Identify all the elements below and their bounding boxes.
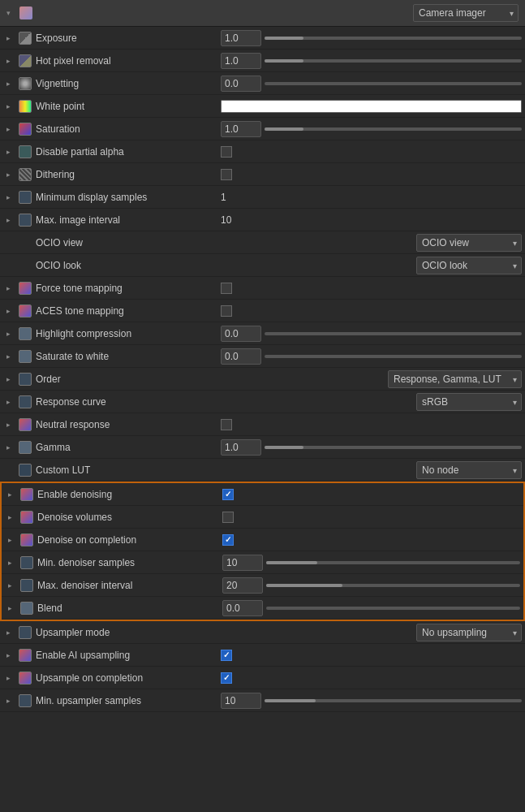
expand-arrow-max-image-interval[interactable]: ▸: [6, 216, 15, 224]
row-max-image-interval: ▸Max. image interval10: [0, 209, 525, 231]
number-input-min-upsampler-samples[interactable]: [221, 693, 261, 709]
slider-fill-exposure: [265, 37, 303, 40]
value-response-curve: sRGB: [217, 393, 525, 411]
label-text-force-tone-mapping: Force tone mapping: [36, 283, 123, 294]
camera-imager-dropdown[interactable]: Camera imager Render imager: [413, 4, 519, 22]
number-input-highlight-compression[interactable]: [221, 326, 261, 342]
slider-fill-min-upsampler-samples: [265, 699, 316, 702]
expand-arrow-saturation[interactable]: ▸: [6, 125, 15, 133]
row-gamma: ▸Gamma: [0, 436, 525, 459]
slider-bar-saturation[interactable]: [265, 127, 522, 131]
icon-hot-pixel-removal: [19, 54, 32, 67]
expand-arrow-aces-tone-mapping[interactable]: ▸: [6, 307, 15, 315]
panel-collapse-arrow[interactable]: ▾: [6, 9, 15, 17]
value-order: Response, Gamma, LUT: [217, 370, 525, 388]
slider-bar-hot-pixel-removal[interactable]: [265, 59, 522, 63]
icon-saturate-to-white: [19, 350, 32, 363]
row-blend: ▸Blend: [2, 597, 523, 620]
expand-arrow-min-denoiser-samples[interactable]: ▸: [8, 559, 16, 567]
number-input-blend[interactable]: [222, 600, 263, 616]
label-text-min-display-samples: Minimum display samples: [36, 192, 147, 203]
value-neutral-response: [217, 419, 525, 430]
expand-arrow-dithering[interactable]: ▸: [6, 171, 15, 179]
expand-arrow-enable-ai-upsampling[interactable]: ▸: [6, 651, 15, 659]
text-value-min-display-samples: 1: [221, 192, 226, 203]
number-input-gamma[interactable]: [221, 439, 261, 456]
dropdown-custom-lut[interactable]: No node: [416, 461, 522, 479]
label-text-ocio-look: OCIO look: [36, 260, 81, 271]
panel-icon: [19, 6, 32, 19]
label-text-min-denoiser-samples: Min. denoiser samples: [37, 557, 135, 568]
checkbox-disable-partial-alpha[interactable]: [221, 146, 232, 158]
expand-arrow-upsample-on-completion[interactable]: ▸: [6, 674, 15, 682]
label-text-denoise-on-completion: Denoise on completion: [37, 534, 136, 546]
expand-arrow-denoise-volumes[interactable]: ▸: [8, 513, 16, 521]
number-input-saturation[interactable]: [221, 121, 261, 137]
number-input-vignetting[interactable]: [221, 76, 261, 92]
expand-arrow-min-upsampler-samples[interactable]: ▸: [6, 697, 15, 705]
expand-arrow-denoise-on-completion[interactable]: ▸: [8, 536, 16, 544]
slider-fill-hot-pixel-removal: [265, 59, 303, 63]
slider-bar-gamma[interactable]: [265, 446, 522, 449]
checkbox-aces-tone-mapping[interactable]: [221, 305, 232, 317]
slider-bar-saturate-to-white[interactable]: [265, 355, 522, 358]
expand-arrow-gamma[interactable]: ▸: [6, 443, 15, 451]
slider-bar-vignetting[interactable]: [265, 82, 522, 85]
checkbox-enable-ai-upsampling[interactable]: [221, 650, 232, 661]
expand-arrow-upsampler-mode[interactable]: ▸: [6, 628, 15, 637]
imager-panel: ▾ Camera imager Render imager ▸Exposure▸…: [0, 0, 525, 712]
expand-arrow-white-point[interactable]: ▸: [6, 102, 15, 110]
row-min-denoiser-samples: ▸Min. denoiser samples: [2, 551, 523, 574]
checkbox-enable-denoising[interactable]: [222, 489, 234, 500]
expand-arrow-force-tone-mapping[interactable]: ▸: [6, 284, 15, 292]
expand-arrow-vignetting[interactable]: ▸: [6, 80, 15, 88]
expand-arrow-neutral-response[interactable]: ▸: [6, 421, 15, 429]
checkbox-dithering[interactable]: [221, 169, 232, 180]
expand-arrow-disable-partial-alpha[interactable]: ▸: [6, 148, 15, 156]
checkbox-denoise-on-completion[interactable]: [222, 534, 234, 546]
expand-arrow-response-curve[interactable]: ▸: [6, 398, 15, 406]
icon-aces-tone-mapping: [19, 304, 32, 317]
slider-bar-min-denoiser-samples[interactable]: [266, 561, 520, 564]
icon-enable-ai-upsampling: [19, 649, 32, 662]
expand-arrow-min-display-samples[interactable]: ▸: [6, 193, 15, 201]
dropdown-response-curve[interactable]: sRGB: [416, 393, 522, 411]
checkbox-denoise-volumes[interactable]: [222, 512, 234, 523]
slider-bar-min-upsampler-samples[interactable]: [265, 699, 522, 702]
label-aces-tone-mapping: ▸ACES tone mapping: [0, 304, 217, 317]
white-point-bar-white-point[interactable]: [221, 100, 522, 113]
slider-bar-highlight-compression[interactable]: [265, 332, 522, 335]
label-text-order: Order: [36, 374, 61, 385]
checkbox-neutral-response[interactable]: [221, 419, 232, 430]
expand-arrow-highlight-compression[interactable]: ▸: [6, 330, 15, 338]
dropdown-upsampler-mode[interactable]: No upsampling: [416, 624, 522, 641]
expand-arrow-hot-pixel-removal[interactable]: ▸: [6, 57, 15, 65]
label-text-upsample-on-completion: Upsample on completion: [36, 672, 143, 684]
icon-max-denoiser-interval: [20, 579, 33, 592]
slider-bar-blend[interactable]: [266, 607, 520, 610]
dropdown-ocio-look[interactable]: OCIO look: [416, 257, 522, 274]
slider-bar-max-denoiser-interval[interactable]: [266, 584, 520, 587]
dropdown-order[interactable]: Response, Gamma, LUT: [388, 370, 522, 388]
dropdown-ocio-view[interactable]: OCIO view: [416, 234, 522, 252]
expand-arrow-exposure[interactable]: ▸: [6, 34, 15, 42]
label-text-blend: Blend: [37, 603, 62, 614]
number-input-max-denoiser-interval[interactable]: [222, 577, 263, 594]
value-aces-tone-mapping: [217, 305, 525, 317]
checkbox-upsample-on-completion[interactable]: [221, 672, 232, 684]
expand-arrow-enable-denoising[interactable]: ▸: [8, 490, 16, 499]
expand-arrow-max-denoiser-interval[interactable]: ▸: [8, 581, 16, 590]
number-input-exposure[interactable]: [221, 30, 261, 46]
expand-arrow-order[interactable]: ▸: [6, 375, 15, 383]
expand-arrow-blend[interactable]: ▸: [8, 604, 16, 612]
label-text-max-denoiser-interval: Max. denoiser interval: [37, 580, 132, 591]
label-gamma: ▸Gamma: [0, 441, 217, 454]
icon-vignetting: [19, 77, 32, 90]
number-input-hot-pixel-removal[interactable]: [221, 53, 261, 69]
slider-fill-min-denoiser-samples: [266, 561, 317, 564]
expand-arrow-saturate-to-white[interactable]: ▸: [6, 352, 15, 361]
checkbox-force-tone-mapping[interactable]: [221, 283, 232, 294]
slider-bar-exposure[interactable]: [265, 37, 522, 40]
number-input-min-denoiser-samples[interactable]: [222, 555, 263, 571]
number-input-saturate-to-white[interactable]: [221, 348, 261, 365]
